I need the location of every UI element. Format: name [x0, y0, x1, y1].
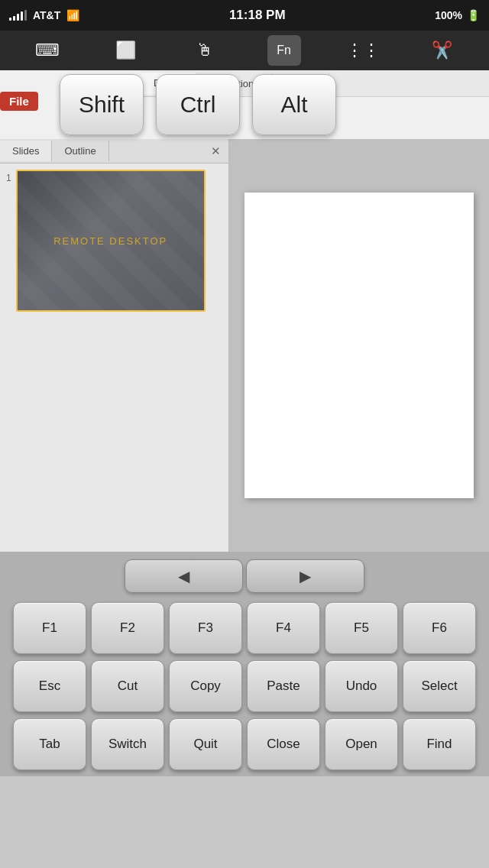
esc-key[interactable]: Esc: [13, 660, 86, 712]
keyboard-icon[interactable]: ⌨: [31, 35, 64, 66]
signal-icon: [9, 10, 27, 21]
action-keys-row: Esc Cut Copy Paste Undo Select: [0, 657, 489, 715]
f4-key[interactable]: F4: [247, 602, 320, 654]
action-keys-row2: Tab Switch Quit Close Open Find: [0, 715, 489, 776]
tab-slides[interactable]: Slides: [0, 141, 52, 161]
slide-item: 1 REMOTE DESKTOP: [6, 170, 222, 312]
open-key[interactable]: Open: [325, 718, 398, 770]
find-key[interactable]: Find: [403, 718, 476, 770]
ctrl-key[interactable]: Ctrl: [156, 74, 240, 135]
select-key[interactable]: Select: [403, 660, 476, 712]
quit-key[interactable]: Quit: [169, 718, 242, 770]
f3-key[interactable]: F3: [169, 602, 242, 654]
f6-key[interactable]: F6: [403, 602, 476, 654]
f1-key[interactable]: F1: [13, 602, 86, 654]
grid-icon[interactable]: ⋮⋮: [346, 35, 380, 66]
tools-icon[interactable]: ✂️: [425, 35, 458, 66]
file-button[interactable]: File: [0, 92, 38, 111]
cut-key[interactable]: Cut: [91, 660, 164, 712]
keyboard-area: ◀ ▶ F1 F2 F3 F4 F5 F6 Esc Cut Copy Paste…: [0, 552, 489, 776]
f5-key[interactable]: F5: [325, 602, 398, 654]
wifi-icon: 📶: [66, 9, 79, 21]
undo-key[interactable]: Undo: [325, 660, 398, 712]
slide-thumb-text: REMOTE DESKTOP: [53, 235, 167, 247]
slide-thumbnail[interactable]: REMOTE DESKTOP: [16, 170, 206, 312]
panel-close-button[interactable]: ✕: [203, 141, 228, 161]
tab-key[interactable]: Tab: [13, 718, 86, 770]
status-right: 100% 🔋: [435, 9, 480, 21]
nav-row: ◀ ▶: [0, 552, 489, 599]
f2-key[interactable]: F2: [91, 602, 164, 654]
slide-main-view: [244, 193, 474, 498]
slide-tabs: Slides Outline ✕: [0, 139, 228, 164]
status-left: AT&T 📶: [9, 9, 79, 21]
fn-keys-row: F1 F2 F3 F4 F5 F6: [0, 599, 489, 657]
slide-list: 1 REMOTE DESKTOP: [0, 164, 228, 322]
slide-canvas[interactable]: [229, 139, 489, 552]
copy-key[interactable]: Copy: [169, 660, 242, 712]
window-icon[interactable]: ⬜: [109, 35, 143, 66]
toolbar-bar: ⌨ ⬜ 🖱 Fn ⋮⋮ ✂️: [0, 31, 489, 70]
switch-key[interactable]: Switch: [91, 718, 164, 770]
fn-icon[interactable]: Fn: [267, 35, 301, 66]
tab-outline[interactable]: Outline: [52, 141, 108, 161]
status-bar: AT&T 📶 11:18 PM 100% 🔋: [0, 0, 489, 31]
slide-panel: Slides Outline ✕ 1 REMOTE DESKTOP: [0, 139, 229, 552]
paste-key[interactable]: Paste: [247, 660, 320, 712]
main-area: Slides Outline ✕ 1 REMOTE DESKTOP: [0, 139, 489, 552]
slide-number: 1: [6, 173, 11, 183]
modifier-bar: File Shift Ctrl Design Animations Review…: [0, 70, 489, 139]
close-key[interactable]: Close: [247, 718, 320, 770]
alt-key[interactable]: Alt: [252, 74, 336, 135]
forward-button[interactable]: ▶: [246, 559, 364, 593]
clock: 11:18 PM: [229, 8, 286, 23]
carrier-label: AT&T: [33, 9, 60, 21]
battery-percent: 100%: [435, 9, 462, 21]
shift-key[interactable]: Shift: [60, 74, 144, 135]
back-button[interactable]: ◀: [125, 559, 243, 593]
battery-icon: 🔋: [467, 9, 480, 21]
mouse-icon[interactable]: 🖱: [188, 35, 222, 66]
